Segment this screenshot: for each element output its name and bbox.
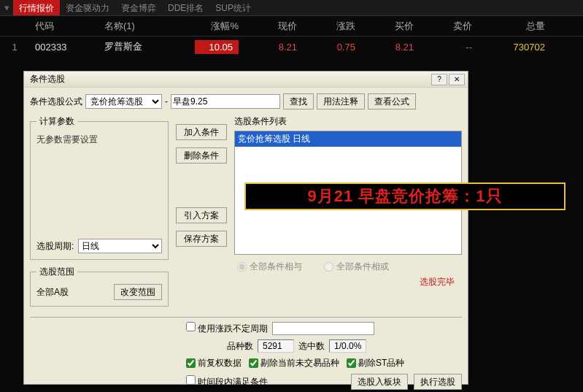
tab-dde[interactable]: DDE排名: [162, 0, 209, 15]
usage-button[interactable]: 用法注释: [317, 93, 365, 109]
execute-button[interactable]: 执行选股: [414, 374, 462, 390]
dialog-title: 条件选股: [27, 73, 430, 85]
formula-dash: -: [165, 96, 168, 107]
tab-quotes[interactable]: 行情报价: [13, 0, 60, 15]
chk-remove-st[interactable]: 剔除ST品种: [347, 357, 404, 369]
cond-list-label: 选股条件列表: [234, 115, 462, 128]
col-code[interactable]: 代码: [29, 20, 99, 33]
period-select[interactable]: 日线: [78, 239, 162, 253]
radio-or[interactable]: 全部条件相或: [324, 261, 389, 273]
radio-and[interactable]: 全部条件相与: [237, 261, 302, 273]
col-bid[interactable]: 买价: [361, 20, 420, 33]
scope-legend: 选股范围: [36, 266, 77, 278]
tab-sup[interactable]: SUP统计: [209, 0, 257, 15]
dialog-titlebar[interactable]: 条件选股 ? ✕: [24, 72, 468, 88]
formula-desc-input[interactable]: [171, 94, 280, 109]
view-formula-button[interactable]: 查看公式: [368, 93, 416, 109]
row-idx: 1: [0, 42, 29, 53]
stock-table: 代码 名称(1) 涨幅% 现价 涨跌 买价 卖价 总量 1 002333 罗普斯…: [0, 16, 583, 57]
top-tab-bar: ▾ 行情报价 资金驱动力 资金博弈 DDE排名 SUP统计: [0, 0, 583, 16]
row-pct: 10.05: [179, 40, 244, 54]
period-label: 选股周期:: [36, 240, 74, 253]
add-to-block-button[interactable]: 选股入板块: [351, 374, 408, 390]
chk-remove-nontrade[interactable]: 剔除当前未交易品种: [249, 357, 339, 369]
chk-fq[interactable]: 前复权数据: [186, 357, 242, 369]
col-ask[interactable]: 卖价: [420, 20, 478, 33]
row-price: 8.21: [244, 42, 303, 53]
custom-period-input[interactable]: [272, 322, 374, 335]
row-code: 002333: [29, 42, 99, 53]
condition-list-item[interactable]: 竞价抢筹选股 日线: [235, 131, 461, 147]
col-chg[interactable]: 涨跌: [303, 20, 361, 33]
condition-stock-dialog: 条件选股 ? ✕ 条件选股公式 竞价抢筹选股 - 查找 用法注释 查看公式 计算…: [23, 71, 468, 385]
selected-value: 1/0.0%: [329, 339, 366, 353]
row-vol: 730702: [478, 42, 551, 53]
count-label: 品种数: [227, 340, 253, 353]
import-plan-button[interactable]: 引入方案: [176, 207, 227, 223]
table-header: 代码 名称(1) 涨幅% 现价 涨跌 买价 卖价 总量: [0, 16, 583, 36]
param-none-text: 无参数需要设置: [36, 134, 162, 236]
help-button[interactable]: ?: [431, 74, 447, 85]
annotation-banner: 9月21 早盘竞价抢筹：1只: [244, 182, 565, 210]
scope-fieldset: 选股范围 全部A股 改变范围: [30, 266, 169, 307]
search-button[interactable]: 查找: [283, 93, 314, 109]
tab-dropdown-icon[interactable]: ▾: [0, 0, 13, 15]
change-scope-button[interactable]: 改变范围: [114, 284, 162, 300]
close-icon[interactable]: ✕: [449, 74, 465, 85]
col-vol[interactable]: 总量: [478, 20, 551, 33]
tab-capital-drive[interactable]: 资金驱动力: [60, 0, 115, 15]
save-plan-button[interactable]: 保存方案: [176, 231, 227, 247]
selected-label: 选中数: [298, 340, 325, 353]
tab-capital-game[interactable]: 资金博弈: [115, 0, 162, 15]
row-bid: 8.21: [361, 42, 420, 53]
formula-select[interactable]: 竞价抢筹选股: [85, 94, 162, 109]
row-chg: 0.75: [303, 42, 361, 53]
col-pct[interactable]: 涨幅%: [179, 20, 244, 33]
col-name[interactable]: 名称(1): [99, 20, 179, 33]
count-value: 5291: [258, 339, 294, 353]
add-condition-button[interactable]: 加入条件: [176, 124, 227, 140]
formula-row: 条件选股公式 竞价抢筹选股 - 查找 用法注释 查看公式: [30, 93, 462, 109]
formula-label: 条件选股公式: [30, 96, 82, 108]
row-ask: --: [420, 42, 478, 53]
table-row[interactable]: 1 002333 罗普斯金 10.05 8.21 0.75 8.21 -- 73…: [0, 36, 583, 57]
scope-value: 全部A股: [36, 286, 69, 299]
chk-custom-period[interactable]: 使用涨跌不定周期: [186, 322, 268, 335]
status-text: 选股完毕: [234, 276, 462, 288]
delete-condition-button[interactable]: 删除条件: [176, 147, 227, 164]
chk-time-range[interactable]: 时间段内满足条件: [186, 375, 268, 388]
param-legend: 计算参数: [36, 115, 77, 128]
row-name: 罗普斯金: [99, 40, 179, 53]
param-fieldset: 计算参数 无参数需要设置 选股周期: 日线: [30, 115, 169, 260]
col-price[interactable]: 现价: [244, 20, 303, 33]
